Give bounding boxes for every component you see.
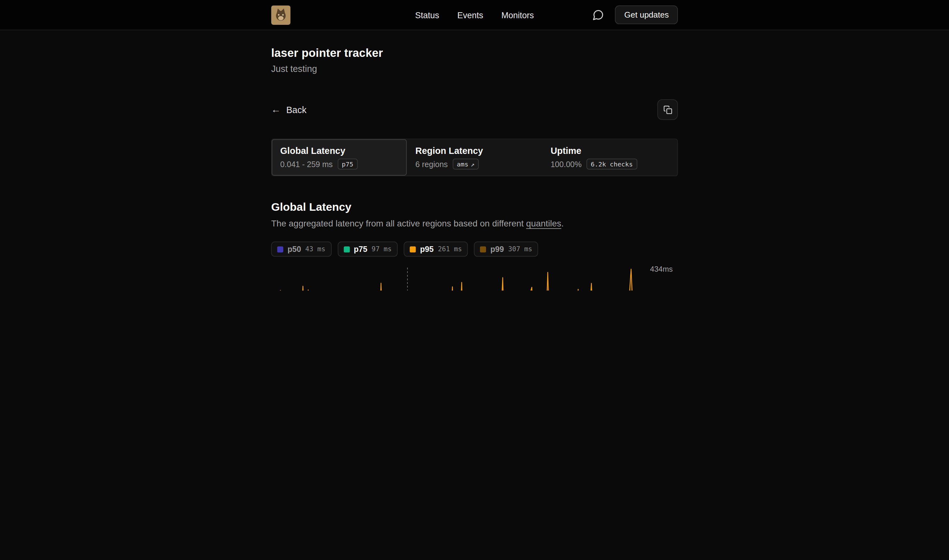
p75-badge: p75 <box>338 158 358 169</box>
latency-chart[interactable]: 434ms 150ms 0ms Nov 16 at 2:30 AM GMT+1 … <box>271 264 678 291</box>
p95-swatch <box>410 246 415 252</box>
p99-swatch <box>480 246 486 252</box>
nav-links: Status Events Monitors <box>415 10 534 20</box>
tab-value: 6 regions <box>415 160 448 169</box>
top-nav: Status Events Monitors Get updates <box>0 0 949 30</box>
latency-chart-svg <box>271 264 640 291</box>
p75-swatch <box>343 246 349 252</box>
tab-global-latency[interactable]: Global Latency 0.041 - 259 ms p75 <box>272 139 407 175</box>
nav-link-events[interactable]: Events <box>457 10 483 20</box>
tab-title: Uptime <box>551 145 669 156</box>
tab-title: Region Latency <box>415 145 534 156</box>
nav-link-monitors[interactable]: Monitors <box>501 10 534 20</box>
metric-tabs: Global Latency 0.041 - 259 ms p75 Region… <box>271 138 678 176</box>
copy-icon <box>663 105 672 114</box>
section-description: The aggregated latency from all active r… <box>271 218 678 228</box>
quantiles-link[interactable]: quantiles <box>526 218 561 228</box>
p50-swatch <box>277 246 283 252</box>
legend-p95[interactable]: p95 261 ms <box>404 242 468 257</box>
legend-p99[interactable]: p99 307 ms <box>474 242 538 257</box>
region-badge: ams ↗ <box>453 158 479 169</box>
feedback-chat-button[interactable] <box>590 6 607 23</box>
trending-up-icon: ↗ <box>471 160 475 168</box>
back-link[interactable]: ← Back <box>271 105 306 115</box>
cat-logo-image <box>271 5 291 25</box>
tab-value: 0.041 - 259 ms <box>280 160 333 169</box>
tab-title: Global Latency <box>280 145 398 156</box>
y-axis-tick: 434ms <box>650 265 672 273</box>
page-subtitle: Just testing <box>271 63 678 74</box>
site-logo[interactable] <box>271 5 291 25</box>
nav-link-status[interactable]: Status <box>415 10 439 20</box>
arrow-left-icon: ← <box>271 105 281 114</box>
checks-badge: 6.2k checks <box>586 158 637 169</box>
tab-value: 100.00% <box>551 160 582 169</box>
main-content: laser pointer tracker Just testing ← Bac… <box>0 30 949 291</box>
legend-p50[interactable]: p50 43 ms <box>271 242 331 257</box>
back-label: Back <box>286 105 306 115</box>
status-page: Status Events Monitors Get updates laser… <box>0 0 949 291</box>
section-title: Global Latency <box>271 200 678 214</box>
chat-bubble-icon <box>592 9 604 21</box>
legend-p75[interactable]: p75 97 ms <box>337 242 398 257</box>
chart-legend: p50 43 ms p75 97 ms p95 261 ms p99 307 m… <box>271 242 678 257</box>
get-updates-button[interactable]: Get updates <box>615 5 678 24</box>
tab-region-latency[interactable]: Region Latency 6 regions ams ↗ <box>407 139 542 175</box>
tab-uptime[interactable]: Uptime 100.00% 6.2k checks <box>542 139 677 175</box>
copy-button[interactable] <box>657 99 678 120</box>
page-title: laser pointer tracker <box>271 46 678 60</box>
